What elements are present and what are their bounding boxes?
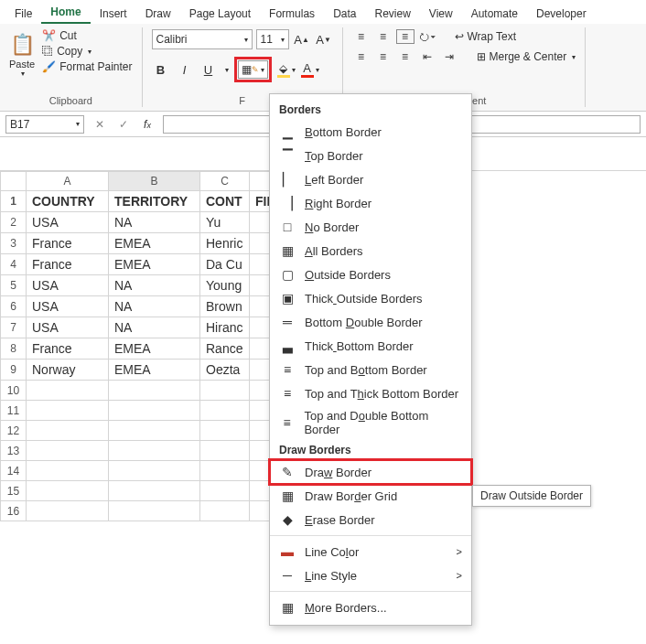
cell[interactable] [27, 421, 109, 441]
cell[interactable] [200, 461, 250, 481]
cell[interactable]: NA [109, 275, 200, 296]
menu-item-line-color[interactable]: ▬Line Color> [270, 540, 471, 564]
cell[interactable] [109, 381, 200, 401]
menu-item-outside-borders[interactable]: ▢Outside Borders [270, 263, 471, 286]
row-header[interactable]: 2 [1, 212, 27, 233]
cell[interactable]: France [27, 254, 109, 275]
cell[interactable]: France [27, 233, 109, 254]
cell[interactable]: USA [27, 275, 109, 296]
tab-automate[interactable]: Automate [462, 4, 527, 24]
cell[interactable] [27, 461, 109, 481]
cell[interactable]: EMEA [109, 338, 200, 360]
menu-item-thick-outside-borders[interactable]: ▣Thick Outside Borders [270, 286, 471, 310]
cell[interactable]: NA [109, 317, 200, 338]
menu-item-erase-border[interactable]: ◆Erase Border [270, 508, 471, 531]
font-size-select[interactable]: 11 ▾ [256, 29, 289, 49]
cell[interactable]: EMEA [109, 254, 200, 275]
orientation-button[interactable]: ⭮▾ [418, 29, 436, 44]
cell[interactable] [109, 401, 200, 421]
menu-item-top-and-thick-bottom-border[interactable]: ≡Top and Thick Bottom Border [270, 381, 471, 405]
row-header[interactable]: 6 [1, 296, 27, 317]
cell[interactable] [27, 381, 109, 401]
copy-button[interactable]: ⿻ Copy ▾ [42, 45, 132, 58]
cell[interactable] [27, 481, 109, 501]
tab-page-layout[interactable]: Page Layout [180, 4, 260, 24]
row-header[interactable]: 7 [1, 317, 27, 338]
cut-button[interactable]: ✂️ Cut [42, 29, 132, 42]
cell[interactable] [109, 461, 200, 481]
tab-file[interactable]: File [5, 4, 41, 24]
menu-item-bottom-double-border[interactable]: ═Bottom Double Border [270, 310, 471, 334]
cell[interactable] [200, 401, 250, 421]
row-header[interactable]: 4 [1, 254, 27, 275]
menu-item-left-border[interactable]: ▏Left Border [270, 167, 471, 191]
align-middle-button[interactable]: ≡ [374, 29, 393, 44]
format-painter-button[interactable]: 🖌️ Format Painter [42, 60, 132, 73]
cell[interactable]: CONT [200, 191, 250, 212]
cell[interactable]: Henric [200, 233, 250, 254]
bold-button[interactable]: B [152, 60, 170, 79]
tab-data[interactable]: Data [324, 4, 365, 24]
cell[interactable]: Oezta [200, 360, 250, 381]
row-header[interactable]: 5 [1, 275, 27, 296]
row-header[interactable]: 12 [1, 421, 27, 441]
cell[interactable]: USA [27, 296, 109, 317]
cell[interactable] [27, 441, 109, 461]
increase-indent-button[interactable]: ⇥ [440, 49, 458, 64]
font-color-button[interactable]: A▾ [301, 61, 319, 78]
tab-developer[interactable]: Developer [527, 4, 596, 24]
align-top-button[interactable]: ≡ [352, 29, 371, 44]
cell[interactable]: NA [109, 296, 200, 317]
tab-home[interactable]: Home [41, 2, 90, 24]
menu-item-bottom-border[interactable]: ▁Bottom Border [270, 120, 471, 144]
align-left-button[interactable]: ≡ [352, 49, 371, 64]
cell[interactable] [200, 481, 250, 501]
name-box[interactable]: B17 ▾ [5, 115, 84, 134]
cell[interactable]: Da Cu [200, 254, 250, 275]
fill-color-button[interactable]: ⬙▾ [277, 62, 296, 78]
tab-draw[interactable]: Draw [136, 4, 180, 24]
tab-review[interactable]: Review [365, 4, 419, 24]
column-header-B[interactable]: B [109, 172, 200, 191]
cell[interactable]: Rance [200, 338, 250, 360]
cell[interactable] [27, 401, 109, 421]
underline-button[interactable]: U [199, 60, 218, 79]
enter-formula-button[interactable]: ✓ [115, 118, 132, 131]
tab-view[interactable]: View [420, 4, 462, 24]
select-all-corner[interactable] [1, 172, 27, 191]
cell[interactable]: Hiranc [200, 317, 250, 338]
row-header[interactable]: 1 [1, 191, 27, 212]
menu-item-top-and-bottom-border[interactable]: ≡Top and Bottom Border [270, 358, 471, 381]
merge-center-button[interactable]: ⊞ Merge & Center ▾ [477, 49, 576, 64]
wrap-text-button[interactable]: ↩ Wrap Text [455, 29, 517, 44]
tab-insert[interactable]: Insert [91, 4, 136, 24]
menu-item-line-style[interactable]: ─Line Style> [270, 564, 471, 587]
cell[interactable] [109, 441, 200, 461]
row-header[interactable]: 3 [1, 233, 27, 254]
row-header[interactable]: 9 [1, 360, 27, 381]
italic-button[interactable]: I [176, 60, 194, 79]
row-header[interactable]: 15 [1, 481, 27, 501]
font-name-select[interactable]: Calibri ▾ [152, 29, 253, 49]
cell[interactable] [109, 421, 200, 441]
row-header[interactable]: 13 [1, 441, 27, 461]
menu-item-no-border[interactable]: □No Border [270, 215, 471, 239]
cell[interactable]: TERRITORY [109, 191, 200, 212]
cell[interactable]: Yu [200, 212, 250, 233]
menu-item-all-borders[interactable]: ▦All Borders [270, 239, 471, 263]
cell[interactable] [200, 501, 250, 521]
cell[interactable] [200, 441, 250, 461]
menu-item-draw-border-grid[interactable]: ▦Draw Border Grid [270, 484, 471, 508]
row-header[interactable]: 11 [1, 401, 27, 421]
cell[interactable] [27, 501, 109, 521]
menu-item-thick-bottom-border[interactable]: ▃Thick Bottom Border [270, 334, 471, 358]
borders-dropdown-button[interactable]: ▦ ✎ ▾ [238, 60, 268, 79]
menu-item-right-border[interactable]: ▕Right Border [270, 191, 471, 215]
cancel-formula-button[interactable]: ✕ [92, 118, 108, 131]
cell[interactable] [109, 501, 200, 521]
align-bottom-button[interactable]: ≡ [396, 29, 415, 44]
align-right-button[interactable]: ≡ [396, 49, 415, 64]
align-center-button[interactable]: ≡ [374, 49, 393, 64]
cell[interactable]: EMEA [109, 233, 200, 254]
cell[interactable] [109, 481, 200, 501]
